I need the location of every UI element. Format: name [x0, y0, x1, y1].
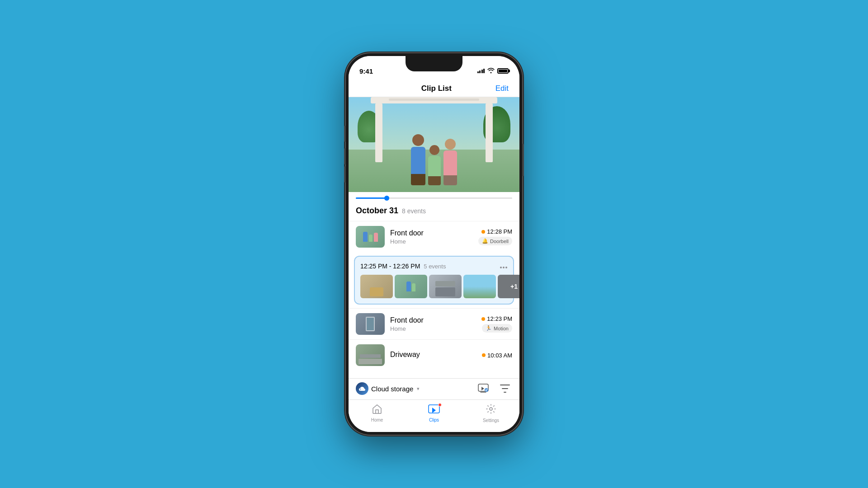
plus-more-label: +1: [498, 275, 519, 298]
clip-item[interactable]: Front door Home 12:28 PM 🔔 Doorbell: [349, 221, 519, 252]
clip-info: Front door Home: [390, 316, 476, 332]
tab-settings-label: Settings: [483, 418, 499, 423]
cloud-storage-icon: [356, 382, 368, 395]
group-thumbnails: +1: [360, 275, 508, 298]
clip-meta: 10:03 AM: [482, 352, 512, 359]
group-header: 12:25 PM - 12:26 PM 5 events: [360, 262, 508, 270]
tab-clips-label: Clips: [429, 418, 439, 422]
orange-dot: [482, 353, 486, 357]
group-events: 5 events: [424, 263, 446, 270]
tab-clips[interactable]: Clips: [420, 404, 448, 422]
home-icon: [372, 404, 382, 417]
status-icons: [477, 67, 509, 75]
progress-bar[interactable]: [356, 197, 512, 199]
status-time: 9:41: [359, 67, 373, 75]
clip-item[interactable]: Driveway 10:03 AM: [349, 339, 519, 371]
hero-image: [349, 97, 519, 192]
clip-item[interactable]: Front door Home 12:23 PM 🏃 Motion: [349, 308, 519, 339]
progress-bar-container: [349, 192, 519, 199]
tag-label: Doorbell: [490, 239, 509, 244]
clip-meta: 12:23 PM 🏃 Motion: [481, 315, 512, 333]
family-scene: [349, 97, 519, 192]
storage-label: Cloud storage: [371, 385, 413, 393]
clip-tag-motion: 🏃 Motion: [482, 324, 512, 333]
clip-tag-doorbell: 🔔 Doorbell: [478, 237, 512, 245]
tab-settings[interactable]: Settings: [477, 404, 505, 423]
clip-location: Home: [390, 238, 473, 245]
group-header-left: 12:25 PM - 12:26 PM 5 events: [360, 263, 446, 270]
orange-dot: [481, 230, 485, 234]
more-options-button[interactable]: [500, 262, 508, 270]
battery-icon: [497, 68, 509, 74]
clip-meta: 12:28 PM 🔔 Doorbell: [478, 228, 512, 245]
bottom-toolbar: Cloud storage ▾: [349, 378, 519, 399]
progress-fill: [356, 197, 387, 199]
tag-label: Motion: [494, 326, 509, 331]
settings-icon: [486, 404, 496, 417]
edit-button[interactable]: Edit: [495, 84, 509, 93]
time-label: 12:23 PM: [487, 315, 512, 322]
clip-name: Front door: [390, 229, 473, 237]
group-thumb[interactable]: [395, 275, 427, 298]
date-text: October 31: [356, 206, 398, 216]
phone-screen: 9:41 Clip List: [349, 56, 519, 432]
clip-location: Home: [390, 325, 476, 332]
clips-icon: [428, 404, 440, 417]
bell-icon: 🔔: [482, 238, 488, 244]
clip-group[interactable]: 12:25 PM - 12:26 PM 5 events: [354, 256, 514, 305]
tab-home-label: Home: [371, 418, 383, 422]
time-label: 10:03 AM: [487, 352, 512, 359]
group-thumb[interactable]: [429, 275, 462, 298]
group-thumb[interactable]: [463, 275, 496, 298]
orange-dot: [481, 317, 485, 321]
wifi-icon: [487, 67, 495, 75]
time-label: 12:28 PM: [487, 228, 512, 235]
date-header: October 31 8 events: [349, 199, 519, 221]
notch: [406, 56, 462, 71]
playback-settings-button[interactable]: [476, 381, 491, 396]
storage-selector[interactable]: Cloud storage ▾: [356, 382, 420, 395]
svg-point-3: [490, 408, 492, 410]
chevron-down-icon: ▾: [417, 386, 420, 392]
signal-icon: [477, 69, 485, 73]
nav-title: Clip List: [377, 84, 495, 93]
clips-badge: [438, 403, 442, 407]
clip-name: Front door: [390, 316, 476, 324]
tab-bar: Home Clips: [349, 399, 519, 432]
toolbar-right: [476, 381, 512, 396]
clip-info: Front door Home: [390, 229, 473, 245]
clip-thumbnail: [356, 344, 385, 366]
clip-time: 10:03 AM: [482, 352, 512, 359]
group-thumb-plus[interactable]: +1: [498, 275, 519, 298]
content-area[interactable]: October 31 8 events Front d: [349, 199, 519, 378]
clip-time: 12:23 PM: [481, 315, 512, 322]
group-time-range: 12:25 PM - 12:26 PM: [360, 263, 420, 270]
motion-icon: 🏃: [486, 325, 492, 331]
tab-home[interactable]: Home: [363, 404, 391, 422]
clip-info: Driveway: [390, 351, 476, 360]
clip-thumbnail: [356, 226, 385, 248]
filter-button[interactable]: [498, 381, 512, 396]
group-thumb[interactable]: [360, 275, 393, 298]
clip-name: Driveway: [390, 351, 476, 359]
nav-bar: Clip List Edit: [349, 79, 519, 97]
phone-mockup: 9:41 Clip List: [346, 53, 522, 435]
clip-time: 12:28 PM: [481, 228, 512, 235]
events-count: 8 events: [402, 207, 426, 215]
clip-thumbnail: [356, 313, 385, 335]
